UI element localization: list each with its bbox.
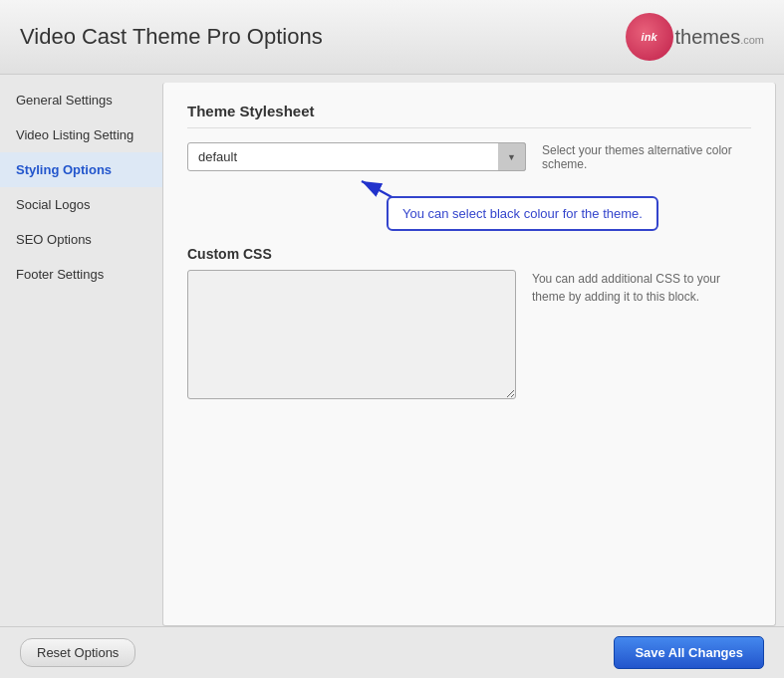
logo-circle: ink (626, 13, 673, 61)
save-all-changes-button[interactable]: Save All Changes (614, 636, 764, 669)
tooltip-bubble: You can select black colour for the them… (387, 196, 658, 231)
logo-initials: ink (642, 31, 657, 43)
dropdown-wrapper: default black blue red (187, 142, 526, 171)
main-container: General Settings Video Listing Setting S… (0, 75, 784, 626)
reset-options-button[interactable]: Reset Options (20, 638, 135, 667)
page-title: Video Cast Theme Pro Options (20, 24, 323, 50)
theme-stylesheet-row: default black blue red Select your theme… (187, 142, 751, 171)
content-area: Theme Stylesheet default black blue red … (162, 83, 776, 626)
sidebar-item-video-listing-setting[interactable]: Video Listing Setting (0, 117, 162, 152)
sidebar-item-seo-options[interactable]: SEO Options (0, 222, 162, 257)
sidebar-item-footer-settings[interactable]: Footer Settings (0, 257, 162, 292)
custom-css-textarea[interactable] (187, 270, 516, 399)
sidebar-item-styling-options[interactable]: Styling Options (0, 152, 162, 187)
theme-stylesheet-select[interactable]: default black blue red (187, 142, 526, 171)
sidebar-item-social-logos[interactable]: Social Logos (0, 187, 162, 222)
dropdown-hint: Select your themes alternative color sch… (542, 143, 751, 171)
tooltip-text: You can select black colour for the them… (402, 206, 643, 221)
custom-css-hint: You can add additional CSS to your theme… (532, 270, 751, 306)
footer: Reset Options Save All Changes (0, 626, 784, 678)
sidebar-item-general-settings[interactable]: General Settings (0, 83, 162, 117)
section-title: Theme Stylesheet (187, 103, 751, 128)
logo-text: themes.com (675, 26, 764, 49)
header: Video Cast Theme Pro Options ink themes.… (0, 0, 784, 75)
sidebar: General Settings Video Listing Setting S… (0, 75, 162, 626)
custom-css-row: You can add additional CSS to your theme… (187, 270, 751, 399)
logo: ink themes.com (626, 13, 764, 61)
annotation-area: You can select black colour for the them… (187, 191, 751, 246)
custom-css-label: Custom CSS (187, 246, 751, 262)
